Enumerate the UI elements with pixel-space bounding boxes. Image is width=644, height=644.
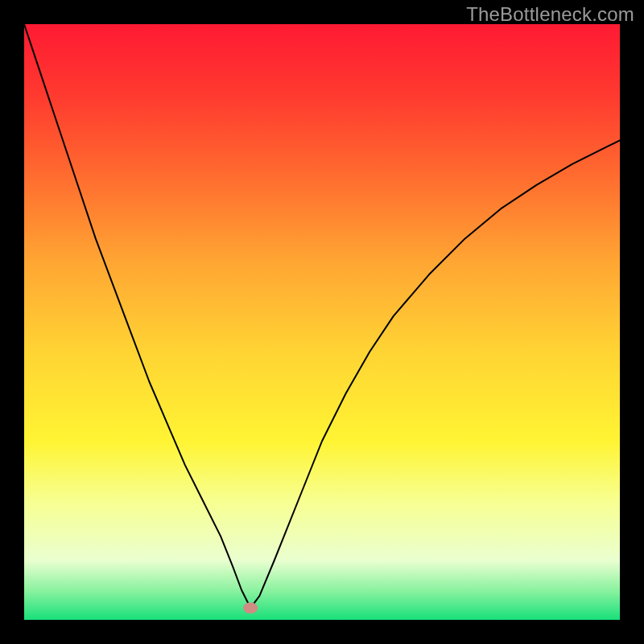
marker-layer bbox=[243, 602, 258, 613]
watermark-text: TheBottleneck.com bbox=[466, 3, 634, 26]
minimum-marker bbox=[243, 602, 258, 613]
plot-area bbox=[24, 24, 620, 620]
chart-frame: TheBottleneck.com bbox=[0, 0, 644, 644]
chart-svg bbox=[24, 24, 620, 620]
gradient-background bbox=[24, 24, 620, 620]
